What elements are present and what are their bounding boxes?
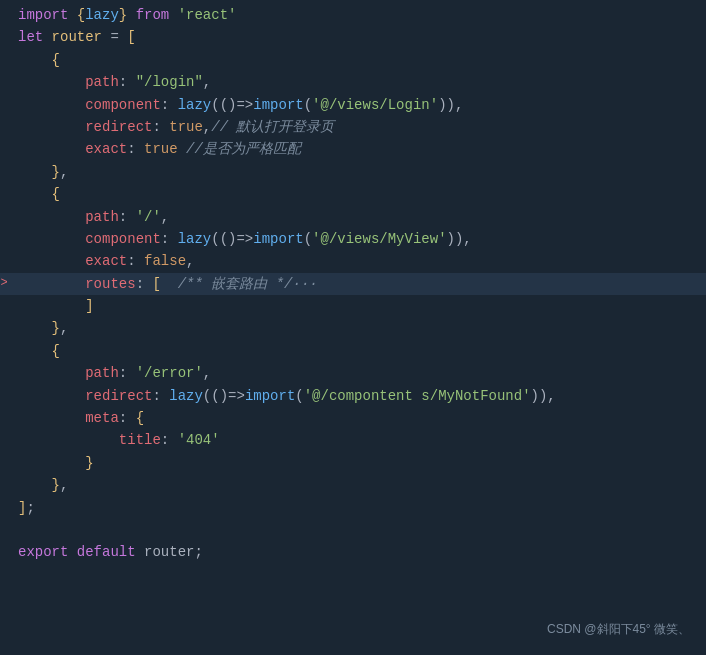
line-content: ]; — [8, 497, 706, 519]
token-plain: , — [203, 365, 211, 381]
token-plain: , — [203, 119, 211, 135]
token-plain: )), — [447, 231, 472, 247]
line: { — [0, 183, 706, 205]
token-func: lazy — [178, 231, 212, 247]
token-brace: { — [52, 52, 60, 68]
token-plain: : — [161, 432, 178, 448]
line: import {lazy} from 'react' — [0, 4, 706, 26]
token-kw-default: default — [77, 544, 144, 560]
token-plain — [18, 74, 85, 90]
line-content: import {lazy} from 'react' — [8, 4, 706, 26]
line: path: '/', — [0, 206, 706, 228]
token-comment: /** 嵌套路由 */··· — [169, 276, 317, 292]
line-content: exact: false, — [8, 250, 706, 272]
token-plain: : — [119, 74, 136, 90]
token-plain: : — [119, 365, 136, 381]
token-prop-name: title — [119, 432, 161, 448]
token-brace: } — [119, 7, 127, 23]
token-string: 'react' — [178, 7, 237, 23]
token-var-name: router — [52, 29, 102, 45]
token-bracket: [ — [127, 29, 135, 45]
token-kw-true: true — [169, 119, 203, 135]
token-func: import — [253, 231, 303, 247]
line-content: path: '/error', — [8, 362, 706, 384]
line-content: routes: [ /** 嵌套路由 */··· — [8, 273, 706, 295]
token-plain — [18, 365, 85, 381]
line-content: exact: true //是否为严格匹配 — [8, 138, 706, 160]
token-kw-false: false — [144, 253, 186, 269]
line-content: }, — [8, 317, 706, 339]
token-brace: { — [77, 7, 85, 23]
line: } — [0, 452, 706, 474]
token-plain: ( — [304, 231, 312, 247]
token-plain: (()=> — [211, 97, 253, 113]
token-brace: { — [52, 186, 60, 202]
token-plain: (()=> — [203, 388, 245, 404]
token-plain: : — [136, 276, 153, 292]
line: }, — [0, 317, 706, 339]
token-plain: ( — [295, 388, 303, 404]
token-prop-name: component — [85, 231, 161, 247]
token-plain — [18, 388, 85, 404]
token-prop-name: path — [85, 365, 119, 381]
token-kw-import: import — [18, 7, 77, 23]
code-editor: import {lazy} from 'react'let router = [… — [0, 0, 706, 655]
line-content: { — [8, 340, 706, 362]
line: meta: { — [0, 407, 706, 429]
line: export default router; — [0, 541, 706, 563]
token-plain — [18, 320, 52, 336]
token-plain — [18, 141, 85, 157]
token-brace: } — [52, 164, 60, 180]
token-plain: : — [127, 141, 144, 157]
line-content: export default router; — [8, 541, 706, 563]
token-plain: : — [152, 119, 169, 135]
line-indicator: > — [0, 274, 8, 293]
token-kw-let: let — [18, 29, 52, 45]
token-func: import — [253, 97, 303, 113]
token-string: '/' — [136, 209, 161, 225]
token-plain — [18, 298, 85, 314]
token-prop-name: path — [85, 209, 119, 225]
token-bracket: [ — [152, 276, 169, 292]
token-plain — [18, 455, 85, 471]
line: exact: false, — [0, 250, 706, 272]
token-plain: ( — [304, 97, 312, 113]
token-prop-name: exact — [85, 141, 127, 157]
token-prop-name: routes — [85, 276, 135, 292]
token-prop-name: exact — [85, 253, 127, 269]
token-plain — [18, 432, 119, 448]
token-plain — [18, 276, 85, 292]
line-content: } — [8, 452, 706, 474]
token-plain: , — [186, 253, 194, 269]
token-func: lazy — [169, 388, 203, 404]
line: path: "/login", — [0, 71, 706, 93]
token-plain: = — [102, 29, 127, 45]
line: exact: true //是否为严格匹配 — [0, 138, 706, 160]
token-plain: )), — [438, 97, 463, 113]
token-plain: (()=> — [211, 231, 253, 247]
token-prop-name: path — [85, 74, 119, 90]
line-content: title: '404' — [8, 429, 706, 451]
token-plain — [18, 164, 52, 180]
line: redirect: true,// 默认打开登录页 — [0, 116, 706, 138]
token-prop-name: component — [85, 97, 161, 113]
token-brace: } — [52, 320, 60, 336]
line-content: let router = [ — [8, 26, 706, 48]
token-plain: : — [152, 388, 169, 404]
token-kw-from: from — [127, 7, 177, 23]
token-comment: //是否为严格匹配 — [186, 141, 301, 157]
token-plain — [18, 97, 85, 113]
token-plain — [18, 209, 85, 225]
token-string: '@/compontent s/MyNotFound' — [304, 388, 531, 404]
line: component: lazy(()=>import('@/views/Logi… — [0, 94, 706, 116]
token-plain: ; — [26, 500, 34, 516]
token-prop-name: meta — [85, 410, 119, 426]
line-content: { — [8, 183, 706, 205]
token-prop-name: redirect — [85, 388, 152, 404]
token-plain — [18, 253, 85, 269]
token-plain: : — [161, 97, 178, 113]
token-string: "/login" — [136, 74, 203, 90]
token-kw-export: export — [18, 544, 77, 560]
token-plain: , — [60, 320, 68, 336]
token-plain: : — [127, 253, 144, 269]
